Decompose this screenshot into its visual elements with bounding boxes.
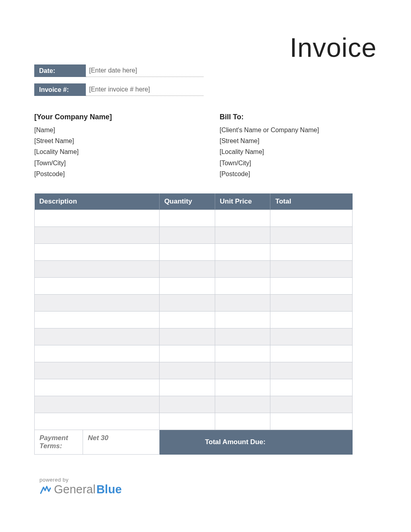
company-heading[interactable]: [Your Company Name] (34, 113, 220, 121)
cell-total[interactable] (270, 244, 353, 261)
cell-description[interactable] (35, 312, 160, 328)
cell-total[interactable] (270, 227, 353, 244)
table-row (35, 312, 353, 328)
table-header-row: Description Quantity Unit Price Total (35, 193, 353, 210)
cell-description[interactable] (35, 379, 160, 396)
generalblue-icon (39, 484, 52, 495)
cell-description[interactable] (35, 345, 160, 362)
total-due-value (270, 430, 353, 455)
table-footer-row: Payment Terms:Net 30Total Amount Due: (35, 430, 353, 455)
company-name[interactable]: [Name] (34, 125, 220, 135)
cell-description[interactable] (35, 396, 160, 413)
cell-quantity[interactable] (159, 413, 215, 430)
cell-unit_price[interactable] (215, 227, 270, 244)
cell-quantity[interactable] (159, 362, 215, 379)
table-row (35, 244, 353, 261)
cell-quantity[interactable] (159, 261, 215, 278)
cell-unit_price[interactable] (215, 362, 270, 379)
cell-quantity[interactable] (159, 328, 215, 345)
table-row (35, 278, 353, 295)
date-label: Date: (34, 64, 86, 77)
cell-unit_price[interactable] (215, 413, 270, 430)
powered-by-text: powered by (39, 477, 122, 483)
cell-description[interactable] (35, 261, 160, 278)
table-row (35, 227, 353, 244)
cell-unit_price[interactable] (215, 261, 270, 278)
header-description: Description (35, 193, 160, 210)
company-locality[interactable]: [Locality Name] (34, 146, 220, 157)
payment-terms-cell: Payment Terms:Net 30 (35, 430, 160, 455)
table-row (35, 345, 353, 362)
cell-unit_price[interactable] (215, 328, 270, 345)
cell-unit_price[interactable] (215, 345, 270, 362)
cell-unit_price[interactable] (215, 210, 270, 227)
brand-name: GeneralBlue (39, 483, 122, 496)
invoice-number-row: Invoice #: [Enter invoice # here] (34, 83, 203, 96)
cell-quantity[interactable] (159, 227, 215, 244)
company-town[interactable]: [Town/City] (34, 158, 220, 168)
date-input[interactable]: [Enter date here] (86, 64, 203, 77)
cell-description[interactable] (35, 227, 160, 244)
cell-quantity[interactable] (159, 379, 215, 396)
cell-description[interactable] (35, 328, 160, 345)
date-row: Date: [Enter date here] (34, 64, 203, 77)
client-name[interactable]: [Client's Name or Company Name] (220, 125, 353, 135)
invoice-meta: Date: [Enter date here] Invoice #: [Ente… (34, 64, 203, 102)
cell-unit_price[interactable] (215, 379, 270, 396)
cell-description[interactable] (35, 295, 160, 312)
cell-total[interactable] (270, 328, 353, 345)
cell-description[interactable] (35, 210, 160, 227)
total-due-label: Total Amount Due: (159, 430, 270, 455)
cell-total[interactable] (270, 413, 353, 430)
cell-total[interactable] (270, 379, 353, 396)
invoice-number-input[interactable]: [Enter invoice # here] (86, 83, 203, 96)
cell-total[interactable] (270, 210, 353, 227)
cell-total[interactable] (270, 278, 353, 295)
cell-quantity[interactable] (159, 295, 215, 312)
table-row (35, 261, 353, 278)
cell-total[interactable] (270, 345, 353, 362)
cell-total[interactable] (270, 362, 353, 379)
billto-heading: Bill To: (220, 113, 353, 121)
table-row (35, 379, 353, 396)
cell-quantity[interactable] (159, 278, 215, 295)
cell-quantity[interactable] (159, 396, 215, 413)
table-row (35, 328, 353, 345)
line-items-table: Description Quantity Unit Price Total Pa… (34, 193, 353, 455)
brand-logo: powered by GeneralBlue (39, 477, 122, 496)
cell-unit_price[interactable] (215, 295, 270, 312)
brand-general: General (54, 483, 95, 496)
cell-unit_price[interactable] (215, 278, 270, 295)
cell-description[interactable] (35, 413, 160, 430)
table-row (35, 362, 353, 379)
cell-total[interactable] (270, 312, 353, 328)
cell-unit_price[interactable] (215, 244, 270, 261)
client-town[interactable]: [Town/City] (220, 158, 353, 168)
company-block: [Your Company Name] [Name] [Street Name]… (34, 113, 220, 179)
header-quantity: Quantity (159, 193, 215, 210)
cell-quantity[interactable] (159, 244, 215, 261)
cell-quantity[interactable] (159, 210, 215, 227)
table-row (35, 210, 353, 227)
payment-terms-value[interactable]: Net 30 (83, 430, 159, 454)
cell-description[interactable] (35, 244, 160, 261)
table-row (35, 413, 353, 430)
parties-section: [Your Company Name] [Name] [Street Name]… (34, 113, 353, 179)
company-postcode[interactable]: [Postcode] (34, 168, 220, 179)
cell-quantity[interactable] (159, 345, 215, 362)
client-street[interactable]: [Street Name] (220, 135, 353, 146)
cell-description[interactable] (35, 362, 160, 379)
cell-quantity[interactable] (159, 312, 215, 328)
table-row (35, 396, 353, 413)
cell-description[interactable] (35, 278, 160, 295)
cell-unit_price[interactable] (215, 312, 270, 328)
cell-total[interactable] (270, 396, 353, 413)
company-street[interactable]: [Street Name] (34, 135, 220, 146)
header-unit-price: Unit Price (215, 193, 270, 210)
cell-total[interactable] (270, 295, 353, 312)
cell-total[interactable] (270, 261, 353, 278)
cell-unit_price[interactable] (215, 396, 270, 413)
client-postcode[interactable]: [Postcode] (220, 168, 353, 179)
client-locality[interactable]: [Locality Name] (220, 146, 353, 157)
billto-block: Bill To: [Client's Name or Company Name]… (220, 113, 353, 179)
